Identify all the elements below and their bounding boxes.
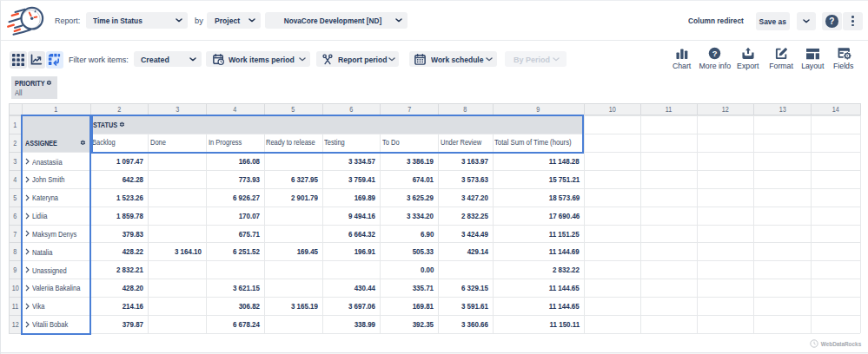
svg-text:?: ?: [712, 49, 718, 58]
